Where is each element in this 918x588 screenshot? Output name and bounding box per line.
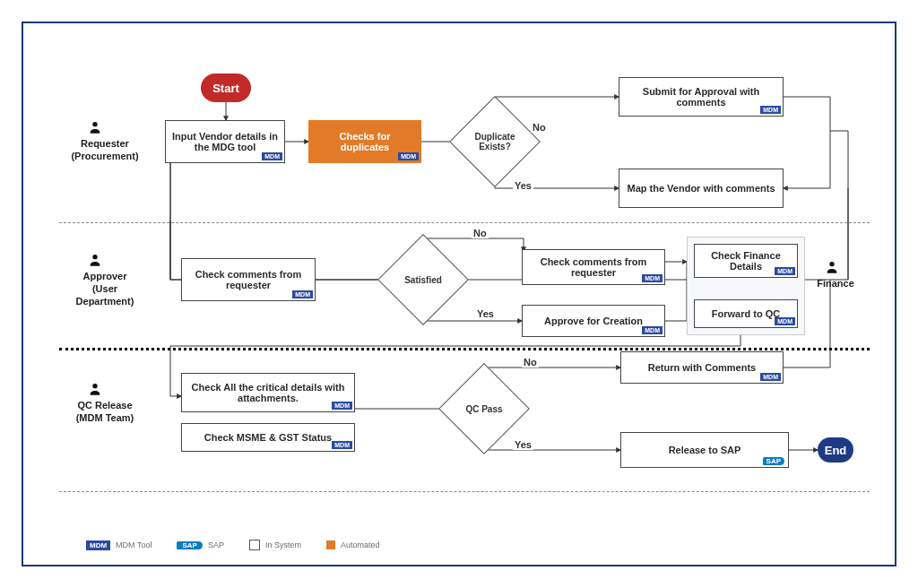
svg-point-19 [92,122,97,126]
automated-swatch [326,540,335,549]
terminal-start: Start [201,74,251,102]
insystem-swatch [249,540,260,550]
box-release-sap: Release to SAP SAP [620,432,789,468]
edge-label-yes: Yes [513,439,533,450]
box-text: Approve for Creation [544,316,643,326]
box-map-vendor: Map the Vendor with comments [619,169,784,208]
box-text: Map the Vendor with comments [627,183,775,194]
box-text: Input Vendor details in the MDG tool [171,131,279,152]
box-text: Check comments from requester [528,256,659,278]
lane-label-approver: Approver (User Department) [65,271,145,307]
legend-text: In System [265,540,301,549]
mdm-badge: MDM [775,267,795,275]
decision-qc-pass: QC Pass [452,376,516,441]
mdm-badge: MDM [775,317,795,325]
box-submit-approval: Submit for Approval with comments MDM [619,77,784,117]
decision-duplicate-exists: Duplicate Exists? [463,109,527,174]
lane-separator [59,348,870,350]
lane-label-requester: Requester (Procurement) [65,138,145,163]
box-text: Submit for Approval with comments [625,86,777,108]
mdm-badge: MDM [332,441,352,449]
legend-text: SAP [208,540,224,549]
box-check-comments: Check comments from requester MDM [181,258,316,301]
mdm-badge: MDM [398,152,419,160]
mdm-badge: MDM [642,326,663,334]
box-text: Release to SAP [669,445,741,455]
box-input-vendor: Input Vendor details in the MDG tool MDM [165,120,285,163]
person-icon [88,253,102,267]
box-forward-qc: Forward to QC MDM [694,299,798,328]
svg-point-22 [92,384,97,388]
box-approve-creation: Approve for Creation MDM [522,305,665,337]
mdm-badge: MDM [332,402,352,410]
edge-label-no: No [522,357,539,368]
diagram-frame: Requester (Procurement) Start Input Vend… [22,22,896,566]
terminal-end: End [818,437,853,463]
box-text: Check comments from requester [187,269,309,290]
person-icon [88,120,102,134]
box-check-msme: Check MSME & GST Status MDM [181,423,355,452]
legend-text: MDM Tool [116,540,152,549]
legend-item-sap: SAP SAP [177,540,223,549]
svg-point-20 [92,255,97,259]
mdm-badge: MDM [760,373,781,381]
box-check-duplicates: Checks for duplicates MDM [308,120,421,163]
box-text: Checks for duplicates [315,131,415,152]
box-check-finance: Check Finance Details MDM [694,244,798,278]
legend-item-mdm: MDM MDM Tool [86,540,152,550]
mdm-badge: MDM [262,152,282,160]
legend-item-automated: Automated [326,540,380,549]
box-text: Check MSME & GST Status [204,432,332,443]
mdm-badge: MDM [642,274,663,282]
svg-point-21 [829,262,834,266]
mdm-badge: MDM [292,290,313,298]
edge-label-no: No [472,228,489,238]
lane-separator [59,491,870,492]
edge-label-no: No [531,122,548,133]
person-icon [88,382,102,396]
edge-label-yes: Yes [475,308,496,319]
lane-label-finance: Finance [809,278,862,290]
box-text: Check All the critical details with atta… [187,382,349,403]
mdm-badge: MDM [760,106,781,114]
lane-label-qc: QC Release (MDM Team) [65,400,145,425]
box-text: Forward to QC [712,308,780,319]
box-check-comments-2: Check comments from requester MDM [522,249,665,285]
decision-satisfied: Satisfied [391,247,455,312]
sap-badge-icon: SAP [177,541,202,549]
legend: MDM MDM Tool SAP SAP In System Automated [86,540,379,550]
box-return-comments: Return with Comments MDM [620,351,784,384]
sap-badge: SAP [763,457,784,465]
legend-item-insystem: In System [249,540,301,550]
box-check-critical: Check All the critical details with atta… [181,373,355,412]
person-icon [825,260,839,274]
legend-text: Automated [341,540,380,549]
mdm-badge-icon: MDM [86,540,110,550]
lane-separator [59,222,870,223]
edge-label-yes: Yes [513,180,533,191]
box-text: Return with Comments [648,362,756,373]
